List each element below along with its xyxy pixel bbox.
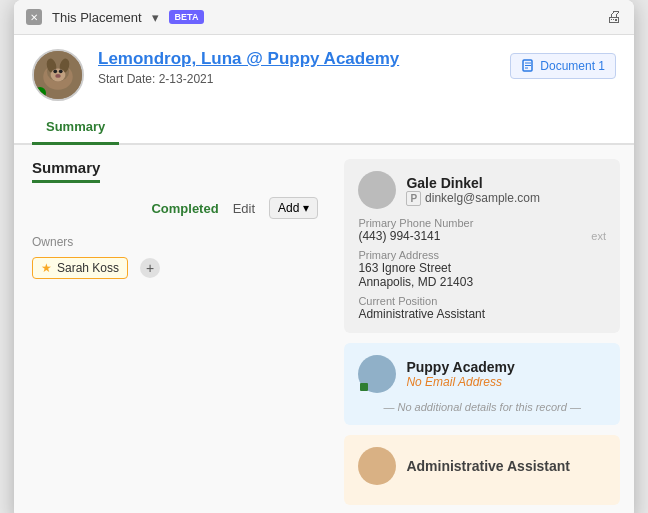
svg-point-8 [55,74,61,78]
owner-chip[interactable]: ★ Sarah Koss [32,257,128,279]
owners-label: Owners [32,235,318,249]
print-icon[interactable]: 🖨 [606,8,622,26]
dropdown-icon[interactable]: ▾ [152,10,159,25]
phone-label-1: Primary Phone Number [358,217,606,229]
address-label-1: Primary Address [358,249,606,261]
contact-card-3: Administrative Assistant [344,435,620,505]
header-info: Lemondrop, Luna @ Puppy Academy Start Da… [98,49,496,86]
contact-header-1: Gale Dinkel P dinkelg@sample.com [358,171,606,209]
contact-card-2: Puppy Academy No Email Address — No addi… [344,343,620,425]
tab-summary[interactable]: Summary [32,111,119,145]
status-row: Completed Edit Add ▾ [32,197,318,219]
title-bar: ✕ This Placement ▾ BETA 🖨 [14,0,634,35]
right-panel: Gale Dinkel P dinkelg@sample.com Primary… [336,145,634,513]
status-flag [34,87,46,99]
position-value-1: Administrative Assistant [358,307,606,321]
address-line2-1: Annapolis, MD 21403 [358,275,606,289]
contact-card-1: Gale Dinkel P dinkelg@sample.com Primary… [344,159,620,333]
contact-avatar-3 [358,447,396,485]
p-label-1: P [406,191,421,206]
contact-name-2: Puppy Academy [406,359,514,375]
ext-label-1: ext [591,230,606,242]
section-title: Summary [32,159,100,183]
contact-info-2: Puppy Academy No Email Address [406,359,514,389]
contact-avatar-2 [358,355,396,393]
tabs-bar: Summary [14,111,634,145]
start-date: Start Date: 2-13-2021 [98,72,496,86]
beta-badge: BETA [169,10,205,24]
placement-title[interactable]: Lemondrop, Luna @ Puppy Academy [98,49,496,69]
close-button[interactable]: ✕ [26,9,42,25]
star-icon: ★ [41,261,52,275]
left-panel: Summary Completed Edit Add ▾ Owners ★ Sa… [14,145,336,513]
status-badge: Completed [151,201,218,216]
add-owner-button[interactable]: + [140,258,160,278]
contact-header-2: Puppy Academy No Email Address [358,355,606,393]
svg-point-6 [53,69,57,73]
avatar [32,49,84,101]
main-window: ✕ This Placement ▾ BETA 🖨 Lemondrop, L [14,0,634,513]
document-icon [521,59,535,73]
document-button[interactable]: Document 1 [510,53,616,79]
placement-header: Lemondrop, Luna @ Puppy Academy Start Da… [14,35,634,101]
phone-value-1: (443) 994-3141 [358,229,440,243]
contact-info-3: Administrative Assistant [406,458,570,474]
owner-name: Sarah Koss [57,261,119,275]
contact-name-1: Gale Dinkel [406,175,540,191]
address-line1-1: 163 Ignore Street [358,261,606,275]
contact-info-1: Gale Dinkel P dinkelg@sample.com [406,175,540,206]
add-button[interactable]: Add ▾ [269,197,318,219]
contact-name-3: Administrative Assistant [406,458,570,474]
position-label-1: Current Position [358,295,606,307]
dropdown-arrow-icon: ▾ [303,201,309,215]
contact-email-1: P dinkelg@sample.com [406,191,540,206]
no-details-2: — No additional details for this record … [358,401,606,413]
phone-row-1: (443) 994-3141 ext [358,229,606,243]
no-email-2: No Email Address [406,375,514,389]
contact-header-3: Administrative Assistant [358,447,606,485]
owners-section: Owners ★ Sarah Koss + [32,235,318,279]
window-title: This Placement [52,10,142,25]
main-content: Summary Completed Edit Add ▾ Owners ★ Sa… [14,145,634,513]
edit-link[interactable]: Edit [233,201,255,216]
svg-point-7 [59,69,63,73]
contact-avatar-1 [358,171,396,209]
